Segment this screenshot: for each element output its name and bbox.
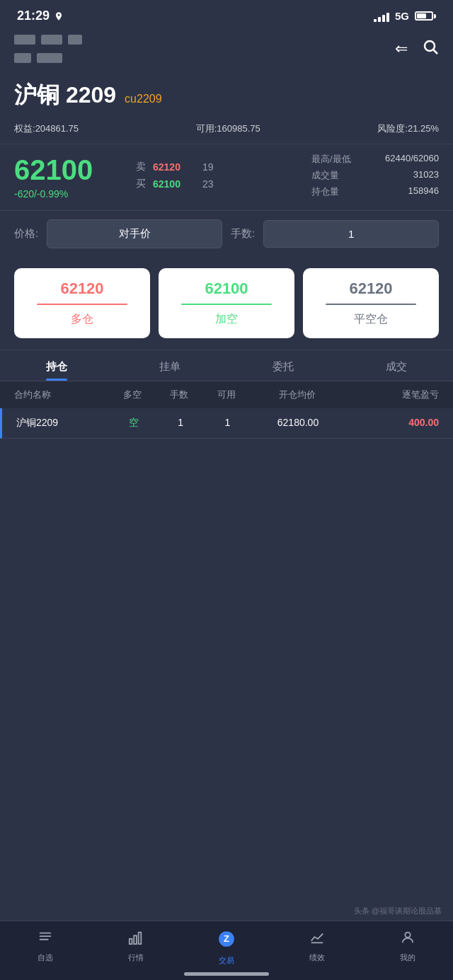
header-direction: 多空 (108, 388, 156, 401)
price-main: 62100 (14, 156, 127, 184)
order-section: 价格: 对手价 手数: 1 (0, 210, 453, 257)
svg-rect-4 (40, 939, 49, 940)
search-icon[interactable] (422, 38, 439, 59)
trading-label: 交易 (219, 955, 234, 966)
position-cost: 62180.00 (251, 417, 345, 430)
nav-watchlist[interactable]: 自选 (0, 930, 91, 966)
high-low-stat: 最高/最低 62440/62060 (311, 153, 439, 166)
svg-rect-3 (40, 935, 52, 937)
ask-row: 卖 62120 19 (136, 161, 303, 173)
table-row: 沪铜2209 空 1 1 62180.00 400.00 (0, 408, 453, 439)
position-pnl: 400.00 (345, 417, 439, 430)
status-bar: 21:29 5G (0, 0, 453, 29)
title-section: 沪铜 2209 cu2209 (0, 69, 453, 117)
svg-point-0 (425, 41, 435, 51)
header-qty: 手数 (156, 388, 203, 401)
mine-icon (400, 930, 415, 950)
status-right: 5G (374, 10, 436, 22)
price-section: 62100 -620/-0.99% 卖 62120 19 买 62100 23 … (0, 144, 453, 210)
equity-info: 权益:204861.75 (14, 122, 79, 135)
tab-orders[interactable]: 挂单 (113, 350, 226, 381)
nav-left (14, 35, 136, 63)
nav-placeholder-3 (68, 35, 82, 45)
svg-line-1 (434, 50, 438, 54)
watchlist-icon (38, 930, 53, 950)
mine-label: 我的 (400, 952, 415, 963)
stock-code: cu2209 (125, 93, 162, 105)
position-qty: 1 (157, 417, 204, 430)
nav-trading[interactable]: Z 交易 (181, 930, 272, 966)
bid-price: 62100 (153, 178, 202, 190)
order-row: 价格: 对手价 手数: 1 (14, 219, 439, 248)
svg-rect-2 (40, 933, 52, 934)
svg-rect-6 (134, 935, 137, 944)
tab-bar: 持仓 挂单 委托 成交 (0, 350, 453, 381)
watermark: 头条 @福哥谈期论股品基 (354, 906, 442, 916)
header-cost: 开仓均价 (250, 388, 344, 401)
price-detail: 卖 62120 19 买 62100 23 (127, 161, 311, 195)
svg-rect-5 (130, 939, 132, 944)
tab-trades[interactable]: 成交 (340, 350, 453, 381)
nav-placeholder-5 (37, 53, 62, 63)
nav-bar: ⇐ (0, 29, 453, 69)
header-name: 合约名称 (14, 388, 108, 401)
nav-market[interactable]: 行情 (91, 930, 181, 966)
header-available: 可用 (203, 388, 251, 401)
signal-icon (374, 11, 389, 22)
market-icon (128, 930, 144, 950)
trading-icon: Z (217, 930, 236, 952)
bid-row: 买 62100 23 (136, 178, 303, 190)
watchlist-label: 自选 (38, 952, 53, 963)
header-pnl: 逐笔盈亏 (345, 388, 439, 401)
nav-placeholder-1 (14, 35, 35, 45)
svg-point-11 (405, 933, 410, 938)
nav-placeholder-2 (41, 35, 62, 45)
price-change: -620/-0.99% (14, 188, 127, 200)
tab-positions[interactable]: 持仓 (0, 350, 113, 381)
add-short-button[interactable]: 62100 加空 (159, 268, 294, 338)
ask-price: 62120 (153, 161, 202, 173)
price-stats: 最高/最低 62440/62060 成交量 31023 持仓量 158946 (311, 153, 439, 202)
back-icon[interactable]: ⇐ (395, 40, 408, 58)
svg-text:Z: Z (224, 933, 229, 944)
home-indicator (184, 972, 269, 976)
stock-name: 沪铜 2209 (14, 80, 116, 111)
nav-placeholder-4 (14, 53, 31, 63)
market-label: 行情 (128, 952, 144, 963)
svg-rect-7 (139, 933, 142, 945)
close-short-button[interactable]: 62120 平空仓 (303, 268, 439, 338)
tab-entrust[interactable]: 委托 (226, 350, 340, 381)
qty-label: 手数: (231, 227, 255, 241)
battery-icon (415, 11, 436, 21)
current-price: 62100 -620/-0.99% (14, 156, 127, 200)
account-info: 权益:204861.75 可用:160985.75 风险度:21.25% (0, 117, 453, 144)
qty-input[interactable]: 1 (263, 220, 439, 248)
position-table: 合约名称 多空 手数 可用 开仓均价 逐笔盈亏 沪铜2209 空 1 1 621… (0, 381, 453, 439)
performance-icon (309, 930, 325, 950)
empty-area (0, 439, 453, 736)
table-header: 合约名称 多空 手数 可用 开仓均价 逐笔盈亏 (0, 381, 453, 408)
position-name: 沪铜2209 (16, 417, 110, 430)
risk-info: 风险度:21.25% (377, 122, 439, 135)
status-time: 21:29 (17, 8, 64, 23)
nav-performance[interactable]: 绩效 (272, 930, 362, 966)
location-icon (54, 11, 64, 21)
open-interest-stat: 持仓量 158946 (311, 185, 439, 198)
volume-stat: 成交量 31023 (311, 169, 439, 182)
stock-title: 沪铜 2209 cu2209 (14, 80, 439, 111)
position-direction: 空 (110, 417, 157, 430)
performance-label: 绩效 (309, 952, 325, 963)
price-input[interactable]: 对手价 (47, 219, 222, 248)
nav-mine[interactable]: 我的 (362, 930, 453, 966)
position-available: 1 (204, 417, 251, 430)
nav-right[interactable]: ⇐ (395, 38, 439, 59)
bottom-nav: 自选 行情 Z 交易 绩效 (0, 921, 453, 980)
trading-buttons: 62120 多仓 62100 加空 62120 平空仓 (0, 257, 453, 350)
available-info: 可用:160985.75 (196, 122, 260, 135)
long-button[interactable]: 62120 多仓 (14, 268, 150, 338)
price-label: 价格: (14, 227, 38, 241)
